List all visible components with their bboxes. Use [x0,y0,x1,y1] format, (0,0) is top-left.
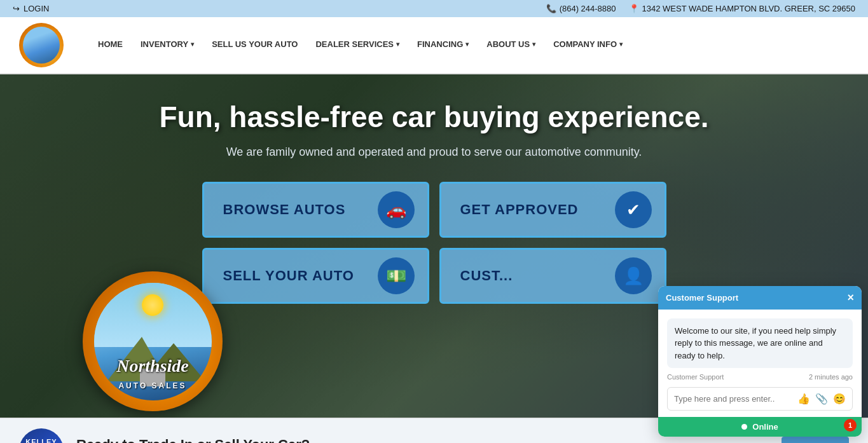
logo[interactable] [19,23,64,67]
chat-input-row: 👍 📎 😊 [667,387,853,411]
nav-about[interactable]: ABOUT US ▾ [478,17,544,74]
nav-financing[interactable]: FINANCING ▾ [408,17,478,74]
chat-close-button[interactable]: × [847,291,854,304]
nav-sell[interactable]: SELL US YOUR AUTO [203,17,307,74]
get-approved-button[interactable]: GET APPROVED ✔ [439,182,666,238]
chat-action-icons: 👍 📎 😊 [797,393,846,405]
hero-content: Fun, hassle-free car buying experience. … [0,74,868,304]
location-icon: 📍 [629,4,639,13]
address-text: 1342 WEST WADE HAMPTON BLVD. GREER, SC 2… [642,4,855,13]
dealer-dropdown-icon: ▾ [396,41,399,48]
login-icon: ↪ [13,4,20,13]
dollar-car-icon: 💵 [386,266,406,286]
hero-subtitle: We are family owned and operated and pro… [226,146,642,159]
chat-meta: Customer Support 2 minutes ago [667,373,853,381]
top-bar: ↪ LOGIN 📞 (864) 244-8880 📍 1342 WEST WAD… [0,0,868,17]
chat-input[interactable] [674,394,792,404]
inventory-dropdown-icon: ▾ [191,41,194,48]
nav-inventory[interactable]: INVENTORY ▾ [132,17,203,74]
chat-footer: Online 1 [658,417,862,437]
kelley-bluebook-badge: KELLEY BLUE BOOK [19,428,64,443]
company-dropdown-icon: ▾ [619,41,623,48]
browse-autos-label: BROWSE AUTOS [223,201,346,218]
chat-time: 2 minutes ago [809,373,853,381]
get-approved-label: GET APPROVED [460,201,579,218]
logo-northside-text: Northside [94,356,212,376]
about-dropdown-icon: ▾ [532,41,535,48]
hero-title: Fun, hassle-free car buying experience. [159,100,708,134]
chat-body: Welcome to our site, if you need help si… [658,310,862,418]
customer-label: CUST... [460,268,513,284]
login-label[interactable]: LOGIN [24,4,49,13]
chat-sender: Customer Support [667,373,724,381]
chat-header: Customer Support × [658,286,862,310]
chat-message: Welcome to our site, if you need help si… [667,318,853,369]
customer-icon-circle: 👤 [615,257,652,294]
attachment-icon[interactable]: 📎 [815,393,828,405]
contact-info: 📞 (864) 244-8880 📍 1342 WEST WADE HAMPTO… [546,4,855,13]
sell-auto-label: SELL YOUR AUTO [223,268,354,284]
bottom-title: Ready to Trade In or Sell Your Car? [76,437,769,444]
browse-autos-icon-circle: 🚗 [378,191,415,228]
sell-auto-icon-circle: 💵 [378,257,415,294]
nav-links: HOME INVENTORY ▾ SELL US YOUR AUTO DEALE… [89,17,849,74]
get-approved-icon-circle: ✔ [615,191,652,228]
navbar: HOME INVENTORY ▾ SELL US YOUR AUTO DEALE… [0,17,868,74]
address-info: 📍 1342 WEST WADE HAMPTON BLVD. GREER, SC… [629,4,855,13]
get-my-button[interactable]: GET MY [782,437,849,444]
login-link[interactable]: ↪ LOGIN [13,4,49,13]
notification-badge: 1 [844,419,857,432]
customer-button[interactable]: CUST... 👤 [439,248,666,304]
phone-info: 📞 (864) 244-8880 [546,4,616,13]
chat-header-title: Customer Support [666,293,738,303]
cta-grid: BROWSE AUTOS 🚗 GET APPROVED ✔ SELL YOUR … [202,182,666,304]
hero-logo: Northside AUTO SALES [83,271,223,411]
online-label: Online [752,422,778,432]
online-dot [741,424,747,430]
chat-widget: Customer Support × Welcome to our site, … [658,286,862,437]
logo-autosales-text: AUTO SALES [94,381,212,390]
car-icon: 🚗 [386,200,406,220]
nav-company[interactable]: COMPANY INFO ▾ [544,17,631,74]
browse-autos-button[interactable]: BROWSE AUTOS 🚗 [202,182,429,238]
nav-home[interactable]: HOME [89,17,132,74]
phone-number: (864) 244-8880 [560,4,616,13]
phone-icon: 📞 [546,4,556,13]
sell-auto-button[interactable]: SELL YOUR AUTO 💵 [202,248,429,304]
nav-dealer[interactable]: DEALER SERVICES ▾ [307,17,408,74]
emoji-icon[interactable]: 😊 [833,393,846,405]
kelley-line1: KELLEY [25,438,57,443]
bottom-text-area: Ready to Trade In or Sell Your Car? Get … [76,437,769,444]
thumbs-up-icon[interactable]: 👍 [797,393,810,405]
person-icon: 👤 [623,266,644,286]
financing-dropdown-icon: ▾ [465,41,469,48]
checkmark-icon: ✔ [626,200,640,220]
